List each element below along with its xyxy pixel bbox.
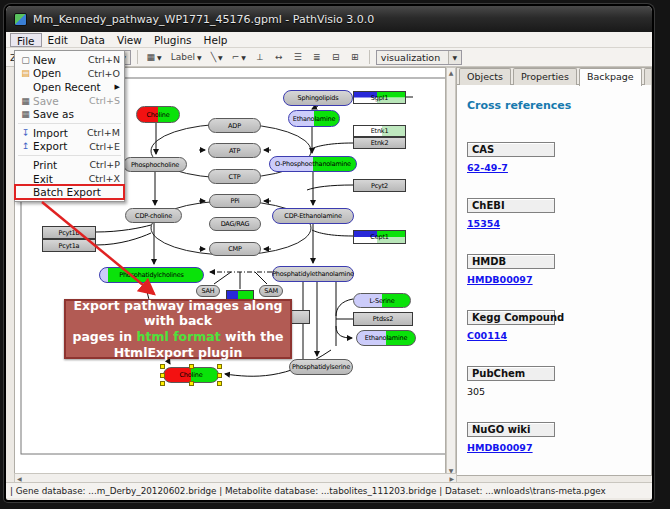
tab-search[interactable]: Search — [644, 68, 652, 85]
menu-help[interactable]: Help — [198, 33, 234, 47]
selection-handle[interactable] — [160, 364, 165, 369]
node-atp[interactable]: ATP — [208, 143, 261, 158]
file-menu-item-open-recent[interactable]: Open Recent▶ — [15, 80, 124, 94]
connector-tool-button[interactable]: ⌐▼ — [229, 50, 249, 65]
menu-view[interactable]: View — [111, 33, 148, 47]
node-adp[interactable]: ADP — [208, 118, 261, 133]
scroll-right-icon[interactable]: ▶ — [449, 475, 454, 482]
menu-separator — [18, 155, 121, 156]
xref-link[interactable]: HMDB00097 — [467, 442, 533, 453]
menu-item-label: Batch Export — [33, 186, 120, 198]
node-o-phosphoethanolamine[interactable]: O-Phosphoethanolamine — [269, 156, 357, 172]
node-etnk1[interactable]: Etnk1 — [353, 125, 406, 137]
node-cdp-choline[interactable]: CDP-choline — [125, 208, 182, 223]
vertical-scrollbar[interactable]: ▲ ▼ — [446, 67, 456, 476]
xref-value: HMDB00097 — [467, 442, 641, 454]
menu-data[interactable]: Data — [74, 33, 111, 47]
sidebar-tabs: ObjectsPropertiesBackpageSearchLegend — [457, 68, 651, 85]
tab-backpage[interactable]: Backpage — [579, 68, 642, 86]
stack-horizontal-button[interactable]: ≣ — [309, 50, 325, 65]
cross-reference-sections: CAS62-49-7ChEBI15354HMDBHMDB00097Kegg Co… — [467, 142, 641, 476]
align-horizontal-button[interactable]: ↔ — [271, 50, 287, 65]
selection-handle[interactable] — [189, 381, 194, 386]
xref-header-pubchem: PubChem — [467, 366, 555, 381]
node-ppi[interactable]: PPi — [209, 194, 261, 208]
file-menu-item-export[interactable]: ↥ExportCtrl+E — [15, 140, 124, 154]
menu-item-shortcut: Ctrl+O — [88, 68, 120, 79]
title-bar[interactable]: Mm_Kennedy_pathway_WP1771_45176.gpml - P… — [6, 6, 652, 32]
label-tool-button[interactable]: Label▼ — [168, 50, 205, 65]
common-bounds-button[interactable]: ⊟ — [328, 50, 344, 65]
tab-properties[interactable]: Properties — [513, 68, 577, 85]
xref-link[interactable]: 15354 — [467, 218, 500, 229]
align-center-button[interactable]: ⟂ — [252, 50, 268, 65]
selection-handle[interactable] — [217, 381, 222, 386]
selection-handle[interactable] — [189, 364, 194, 369]
file-menu-item-exit[interactable]: ExitCtrl+X — [15, 172, 124, 186]
selection-handle[interactable] — [160, 381, 165, 386]
file-menu-item-save[interactable]: ▦SaveCtrl+S — [15, 94, 124, 108]
node-choline-top[interactable]: Choline — [136, 106, 180, 123]
file-menu-item-import[interactable]: ↧ImportCtrl+M — [15, 126, 124, 140]
bring-forward-button[interactable]: ⊞ — [347, 50, 363, 65]
node-dag-rag[interactable]: DAG/RAG — [209, 217, 261, 231]
menu-item-shortcut: Ctrl+P — [89, 159, 120, 170]
visualization-combobox[interactable]: visualization ▼ — [376, 50, 462, 65]
node-etnk2[interactable]: Etnk2 — [353, 137, 406, 149]
callout-annotation: Export pathway images along with back pa… — [64, 299, 292, 359]
node-sam[interactable]: SAM — [259, 285, 283, 297]
chevron-down-icon[interactable]: ▼ — [241, 54, 246, 61]
scroll-up-icon[interactable]: ▲ — [449, 69, 454, 76]
node-cdp-ethanolamine[interactable]: CDP-Ethanolamine — [272, 208, 354, 224]
file-menu-item-open[interactable]: ▤OpenCtrl+O — [15, 67, 124, 81]
node-phosphocholine[interactable]: Phosphocholine — [123, 157, 187, 172]
node-phosphatidylcholines[interactable]: Phosphatidylcholines — [99, 267, 204, 283]
node-pcyt2[interactable]: Pcyt2 — [353, 179, 406, 192]
tab-objects[interactable]: Objects — [459, 68, 511, 85]
cross-references-heading: Cross references — [467, 99, 641, 112]
selection-handle[interactable] — [217, 373, 222, 378]
chevron-down-icon[interactable]: ▼ — [448, 51, 461, 64]
file-menu-item-print[interactable]: PrintCtrl+P — [15, 158, 124, 172]
menu-plugins[interactable]: Plugins — [148, 33, 198, 47]
chevron-down-icon[interactable]: ▼ — [218, 54, 223, 61]
menu-bar: FileEditDataViewPluginsHelp — [6, 32, 652, 48]
node-pcyt1b[interactable]: Pcyt1b — [42, 226, 96, 239]
xref-link[interactable]: C00114 — [467, 330, 507, 341]
node-sphingolipids[interactable]: Sphingolipids — [283, 90, 353, 106]
file-menu-item-batch-export[interactable]: Batch Export — [15, 185, 124, 199]
node-pcyt1a[interactable]: Pcyt1a — [42, 239, 96, 252]
line-tool-button[interactable]: ╲▼ — [208, 50, 226, 65]
node-ctp[interactable]: CTP — [208, 169, 261, 184]
node-ethanolamine-bottom[interactable]: Ethanolamine — [356, 330, 416, 346]
datanode-tool-button[interactable]: ▦▼ — [144, 50, 165, 65]
xref-link[interactable]: 62-49-7 — [467, 162, 508, 173]
file-menu: ▢NewCtrl+N▤OpenCtrl+OOpen Recent▶▦SaveCt… — [14, 50, 125, 202]
node-ethanolamine-top[interactable]: Ethanolamine — [288, 110, 340, 127]
chevron-down-icon[interactable]: ▼ — [157, 54, 162, 61]
selection-handle[interactable] — [160, 373, 165, 378]
left-gutter — [6, 67, 14, 476]
node-phosphatidylethanolamine[interactable]: Phosphatidylethanolamine — [272, 266, 354, 282]
node-sah[interactable]: SAH — [196, 285, 220, 297]
menu-item-label: Open — [33, 67, 88, 79]
xref-link[interactable]: HMDB00097 — [467, 274, 533, 285]
node-cmp[interactable]: CMP — [209, 242, 261, 256]
file-menu-item-new[interactable]: ▢NewCtrl+N — [15, 53, 124, 67]
node-cept1[interactable]: Cept1 — [353, 230, 406, 244]
menu-edit[interactable]: Edit — [42, 33, 74, 47]
save-icon: ▦ — [18, 96, 33, 106]
scroll-left-icon[interactable]: ◀ — [17, 475, 22, 482]
stack-vertical-button[interactable]: ☰ — [290, 50, 306, 65]
window-title: Mm_Kennedy_pathway_WP1771_45176.gpml - P… — [33, 13, 374, 26]
node-ptdss2[interactable]: Ptdss2 — [353, 312, 413, 326]
menu-file[interactable]: File — [10, 33, 42, 47]
node-l-serine[interactable]: L-Serine — [353, 293, 411, 308]
menu-item-label: Import — [33, 127, 87, 139]
chevron-down-icon[interactable]: ▼ — [197, 54, 202, 61]
callout-highlight: html format — [137, 329, 221, 344]
node-phosphatidylserine[interactable]: Phosphatidylserine — [289, 359, 353, 375]
node-sgpl1[interactable]: Sgpl1 — [353, 91, 406, 104]
file-menu-item-save-as[interactable]: ▦Save as — [15, 107, 124, 121]
selection-handle[interactable] — [217, 364, 222, 369]
